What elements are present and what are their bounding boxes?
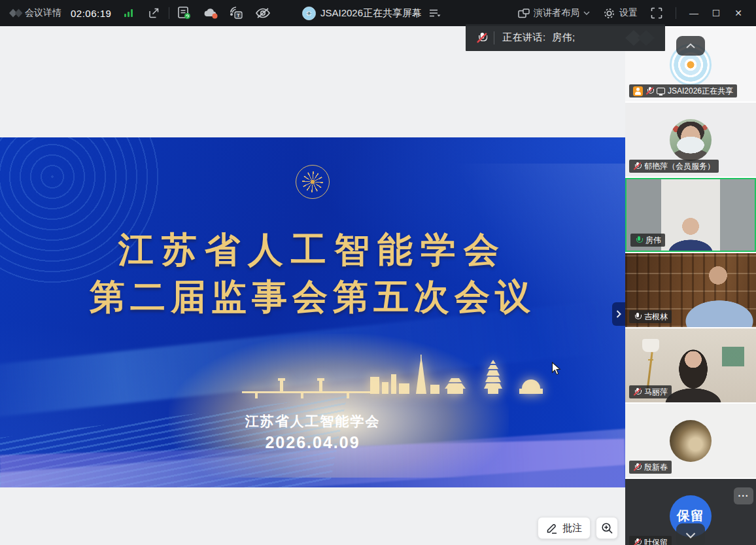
slide-footer-org: 江苏省人工智能学会	[0, 412, 625, 431]
annotate-button[interactable]: 批注	[538, 517, 591, 539]
avatar-initials: 保留	[677, 507, 704, 525]
mic-status-icon	[633, 162, 642, 171]
maximize-button[interactable]: ☐	[705, 0, 727, 26]
mic-status-icon	[633, 387, 642, 396]
layout-icon	[518, 9, 530, 18]
scroll-down-button[interactable]	[676, 523, 705, 545]
settings-label: 设置	[619, 7, 638, 19]
cloud-record-icon[interactable]	[202, 5, 219, 22]
watermark-logo-icon	[623, 28, 657, 48]
participant-name: 房伟	[645, 235, 661, 246]
mic-status-icon	[633, 312, 642, 321]
hide-view-eye-icon[interactable]	[254, 5, 271, 22]
participant-tile[interactable]: 殷新春	[625, 404, 756, 478]
pen-icon	[546, 522, 558, 534]
meeting-details-button[interactable]: 会议详情	[25, 7, 61, 19]
settings-button[interactable]: 设置	[596, 0, 644, 26]
speaking-banner: 正在讲话: 房伟;	[466, 24, 665, 51]
participant-tile[interactable]: 吉根林	[625, 253, 756, 327]
app-logo-icon	[8, 5, 25, 22]
meeting-window: 会议详情 02:06:19 T ✳ JSAI2026正	[0, 0, 756, 545]
meeting-timer: 02:06:19	[71, 8, 111, 19]
annotate-label: 批注	[562, 522, 582, 535]
participant-list: JSAI2026正在共享 郁艳萍（会员服务） 房伟 吉根林	[625, 26, 756, 545]
network-signal-icon[interactable]	[120, 5, 137, 22]
participant-tile[interactable]: 郁艳萍（会员服务）	[625, 103, 756, 177]
chevron-up-icon	[686, 43, 695, 48]
sharing-app-logo-icon: ✳	[302, 7, 316, 20]
banner-divider	[494, 31, 494, 44]
screen-share-icon	[657, 88, 665, 94]
titlebar-divider	[169, 7, 169, 19]
participant-name: 郁艳萍（会员服务）	[644, 161, 715, 172]
sidebar-collapse-handle[interactable]	[612, 302, 625, 326]
participant-tile[interactable]: 马丽萍	[625, 328, 756, 402]
mic-status-icon	[633, 463, 642, 472]
chevron-down-icon	[583, 11, 590, 15]
slide-title-line2: 第二届监事会第五次会议	[0, 273, 625, 321]
scroll-up-button[interactable]	[676, 36, 705, 56]
close-button[interactable]: ✕	[727, 0, 749, 26]
participant-name-badge: 殷新春	[629, 461, 672, 474]
participant-tile[interactable]: 房伟	[625, 178, 756, 252]
titlebar-divider	[676, 7, 676, 19]
association-emblem	[296, 165, 330, 199]
participant-name-badge: 吉根林	[629, 310, 672, 323]
chevron-right-icon	[616, 310, 621, 318]
participant-more-button[interactable]: ···	[734, 487, 753, 504]
speaking-text: 正在讲话: 房伟;	[502, 31, 576, 44]
chevron-down-icon	[685, 533, 696, 538]
shared-screen-area: 江苏省人工智能学会 第二届监事会第五次会议 江苏省人工智能学会 2026.04.…	[0, 26, 625, 545]
zoom-in-button[interactable]	[596, 517, 618, 539]
participant-avatar	[670, 420, 712, 462]
live-caption-icon[interactable]: T	[228, 5, 245, 22]
participant-name-badge: 马丽萍	[629, 385, 672, 398]
participant-name: JSAI2026正在共享	[668, 86, 733, 97]
switch-share-icon[interactable]	[426, 5, 443, 22]
layout-button-label: 演讲者布局	[534, 7, 579, 19]
host-icon	[633, 86, 643, 96]
participant-name-badge: 郁艳萍（会员服务）	[629, 160, 719, 173]
slide-footer-date: 2026.04.09	[0, 433, 625, 452]
gear-icon	[603, 7, 615, 20]
participant-name-badge: JSAI2026正在共享	[629, 84, 737, 97]
mic-status-icon	[634, 236, 643, 245]
presentation-slide: 江苏省人工智能学会 第二届监事会第五次会议 江苏省人工智能学会 2026.04.…	[0, 137, 625, 487]
annotate-toolbar: 批注	[538, 517, 618, 539]
participant-name: 殷新春	[644, 462, 668, 473]
minimize-button[interactable]: —	[683, 0, 705, 26]
participant-avatar	[670, 119, 712, 161]
titlebar: 会议详情 02:06:19 T ✳ JSAI2026正	[0, 0, 756, 26]
slide-title-line1: 江苏省人工智能学会	[0, 226, 625, 274]
participant-name: 叶保留	[644, 537, 668, 545]
sharing-title: JSAI2026正在共享屏幕	[320, 7, 422, 20]
participant-name-badge: 叶保留	[629, 536, 672, 545]
magnifier-plus-icon	[601, 522, 613, 535]
participant-name-badge: 房伟	[630, 234, 665, 247]
participant-name: 吉根林	[644, 311, 668, 323]
mic-status-icon	[633, 538, 642, 545]
fullscreen-icon	[651, 7, 662, 19]
muted-mic-icon	[476, 31, 488, 44]
city-skyline-graphic	[242, 355, 556, 402]
fullscreen-button[interactable]	[644, 0, 669, 26]
participant-name: 马丽萍	[644, 387, 668, 398]
svg-text:T: T	[237, 12, 240, 18]
participant-sidebar: JSAI2026正在共享 郁艳萍（会员服务） 房伟 吉根林	[625, 26, 756, 545]
mic-status-icon	[645, 86, 654, 96]
layout-switch-button[interactable]: 演讲者布局	[511, 0, 596, 26]
docs-icon[interactable]	[176, 5, 193, 22]
open-external-icon[interactable]	[145, 5, 162, 22]
mouse-cursor	[551, 362, 561, 376]
